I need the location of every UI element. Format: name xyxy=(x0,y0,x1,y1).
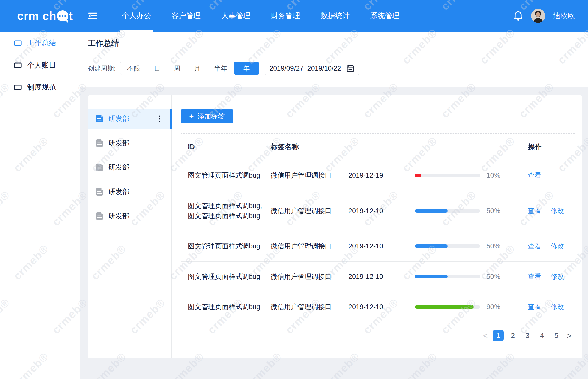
action-divider xyxy=(546,243,546,249)
period-filter-label: 创建周期: xyxy=(88,64,116,73)
department-label: 研发部 xyxy=(108,138,129,148)
page-button-3[interactable]: 3 xyxy=(522,330,533,341)
filter-row: 创建周期: 不限 日 周 月 半年 年 2019/09/27–2019/10/2… xyxy=(88,62,359,75)
pagination: < 1 2 3 4 5 > xyxy=(181,330,575,341)
nav-label: 个人办公 xyxy=(122,11,151,21)
header-right: 迪欧欧 xyxy=(513,9,575,23)
sidebar-item-personal-account[interactable]: 个人账目 xyxy=(0,54,80,76)
progress-bar xyxy=(415,275,480,278)
app-logo: crm cht xyxy=(17,9,82,23)
filter-section: 工作总结 创建周期: 不限 日 周 月 半年 年 2019/09/27–2019… xyxy=(80,32,588,87)
view-link[interactable]: 查看 xyxy=(528,273,541,280)
period-option-day[interactable]: 日 xyxy=(147,62,167,75)
edit-link[interactable]: 修改 xyxy=(551,207,564,215)
document-icon xyxy=(95,163,104,172)
edit-link[interactable]: 修改 xyxy=(551,273,564,280)
sidebar-item-rules[interactable]: 制度规范 xyxy=(0,76,80,98)
cell-percent: 10% xyxy=(479,160,521,191)
more-options-icon[interactable]: ⋮ xyxy=(156,115,163,122)
cell-percent: 50% xyxy=(479,231,521,262)
nav-item-customer-mgmt[interactable]: 客户管理 xyxy=(161,0,211,32)
document-icon xyxy=(95,114,104,123)
view-link[interactable]: 查看 xyxy=(528,207,541,215)
department-item[interactable]: 研发部 xyxy=(88,206,171,226)
nav-label: 客户管理 xyxy=(172,11,201,21)
nav-label: 系统管理 xyxy=(370,11,399,21)
period-option-week[interactable]: 周 xyxy=(167,62,187,75)
view-link[interactable]: 查看 xyxy=(528,172,541,179)
window-icon xyxy=(14,84,22,90)
cell-id: 图文管理页面样式调bug xyxy=(181,292,264,322)
table-row: 图文管理页面样式调bug 微信用户管理调接口 2019-12-19 10% 查看 xyxy=(181,160,575,191)
view-link[interactable]: 查看 xyxy=(528,242,541,250)
cell-name: 微信用户管理调接口 xyxy=(264,160,341,191)
document-icon xyxy=(95,187,104,196)
chat-bubble-icon xyxy=(57,10,68,21)
table-row: 图文管理页面样式调bug, 图文管理页面样式调bug 微信用户管理调接口 201… xyxy=(181,191,575,231)
top-header: crm cht 个人办公 客户管理 人事管理 财务管理 数据统计 系统管理 xyxy=(0,0,588,32)
cell-id: 图文管理页面样式调bug, 图文管理页面样式调bug xyxy=(181,191,264,231)
department-label: 研发部 xyxy=(108,211,129,221)
department-label: 研发部 xyxy=(108,187,129,197)
nav-item-personal-office[interactable]: 个人办公 xyxy=(112,0,161,32)
nav-label: 人事管理 xyxy=(221,11,250,21)
nav-item-statistics[interactable]: 数据统计 xyxy=(310,0,360,32)
department-item[interactable]: 研发部 xyxy=(88,133,171,153)
user-avatar[interactable] xyxy=(531,9,545,23)
add-tag-button[interactable]: + 添加标签 xyxy=(181,109,233,123)
cell-name: 微信用户管理调接口 xyxy=(264,231,341,262)
cell-percent: 50% xyxy=(479,262,521,292)
next-page-icon[interactable]: > xyxy=(565,331,573,340)
menu-collapse-icon[interactable] xyxy=(87,11,98,21)
date-range-picker[interactable]: 2019/09/27–2019/10/22 xyxy=(265,62,359,75)
department-item[interactable]: 研发部 xyxy=(88,158,171,177)
cell-date: 2019-12-10 xyxy=(341,262,408,292)
table-row: 图文管理页面样式调bug 微信用户管理调接口 2019-12-10 90% 查看… xyxy=(181,292,575,322)
page-button-1[interactable]: 1 xyxy=(493,330,504,341)
col-header-date xyxy=(341,134,408,160)
progress-bar xyxy=(415,305,480,309)
progress-bar xyxy=(415,244,480,248)
calendar-icon xyxy=(346,64,355,73)
col-header-id: ID xyxy=(181,134,264,160)
department-label: 研发部 xyxy=(108,114,129,123)
page-button-4[interactable]: 4 xyxy=(536,330,547,341)
nav-item-system-mgmt[interactable]: 系统管理 xyxy=(360,0,410,32)
sidebar-item-work-summary[interactable]: 工作总结 xyxy=(0,32,80,54)
add-tag-label: 添加标签 xyxy=(198,112,225,121)
logo-text-left: crm ch xyxy=(17,9,56,23)
nav-label: 数据统计 xyxy=(321,11,350,21)
document-icon xyxy=(95,212,104,221)
prev-page-icon[interactable]: < xyxy=(482,331,489,340)
edit-link[interactable]: 修改 xyxy=(551,242,564,250)
nav-label: 财务管理 xyxy=(271,11,300,21)
col-header-actions: 操作 xyxy=(521,134,575,160)
cell-date: 2019-12-10 xyxy=(341,292,408,322)
page-button-5[interactable]: 5 xyxy=(551,330,562,341)
action-divider xyxy=(546,304,546,310)
main-nav: 个人办公 客户管理 人事管理 财务管理 数据统计 系统管理 xyxy=(112,0,410,32)
cell-name: 微信用户管理调接口 xyxy=(264,191,341,231)
period-option-year[interactable]: 年 xyxy=(234,62,259,75)
notification-bell-icon[interactable] xyxy=(513,10,523,21)
view-link[interactable]: 查看 xyxy=(528,303,541,311)
nav-item-finance-mgmt[interactable]: 财务管理 xyxy=(261,0,310,32)
page-button-2[interactable]: 2 xyxy=(507,330,518,341)
period-option-unlimited[interactable]: 不限 xyxy=(120,62,147,75)
cell-date: 2019-12-10 xyxy=(341,191,408,231)
progress-bar xyxy=(415,174,480,177)
user-name[interactable]: 迪欧欧 xyxy=(553,11,575,21)
nav-item-hr-mgmt[interactable]: 人事管理 xyxy=(211,0,261,32)
window-icon xyxy=(14,40,22,46)
col-header-name: 标签名称 xyxy=(264,134,341,160)
action-divider xyxy=(546,273,546,280)
department-item[interactable]: 研发部 xyxy=(88,182,171,202)
period-option-month[interactable]: 月 xyxy=(187,62,207,75)
period-option-half-year[interactable]: 半年 xyxy=(207,62,234,75)
cell-percent: 50% xyxy=(479,191,521,231)
edit-link[interactable]: 修改 xyxy=(551,303,564,311)
department-item[interactable]: 研发部 ⋮ xyxy=(88,109,171,129)
cell-date: 2019-12-19 xyxy=(341,160,408,191)
cell-date: 2019-12-10 xyxy=(341,231,408,262)
sidebar-item-label: 制度规范 xyxy=(27,82,56,92)
